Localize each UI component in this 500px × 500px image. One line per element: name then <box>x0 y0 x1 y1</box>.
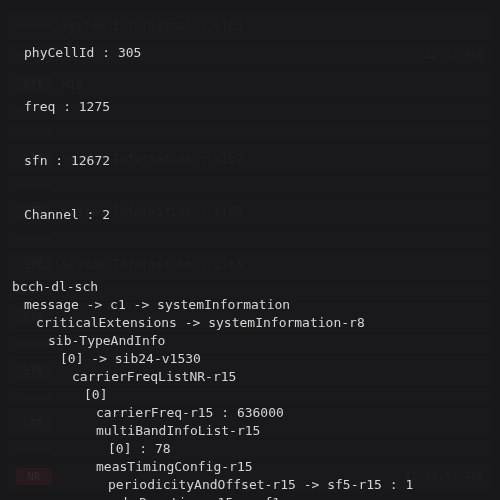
decode-key: [0] <box>108 441 131 456</box>
decode-line: sib-TypeAndInfo <box>8 332 500 350</box>
decode-line: [0] -> sib24-v1530 <box>8 350 500 368</box>
decode-val: 636000 <box>237 405 284 420</box>
decode-key: ssb-Duration-r15 <box>108 495 233 500</box>
hdr-channel: Channel : 2 <box>8 206 500 224</box>
decode-line: periodicityAndOffset-r15 -> sf5-r15 : 1 <box>8 476 500 494</box>
decode-line: ssb-Duration-r15 : sf1 <box>8 494 500 500</box>
decode-val: 1 <box>405 477 413 492</box>
decode-key: periodicityAndOffset-r15 -> sf5-r15 <box>108 477 382 492</box>
decode-line: carrierFreq-r15 : 636000 <box>8 404 500 422</box>
hdr-phyCellId: phyCellId : 305 <box>8 44 500 62</box>
decode-key: carrierFreq-r15 <box>96 405 213 420</box>
decode-line: [0] <box>8 386 500 404</box>
decode-line: carrierFreqListNR-r15 <box>8 368 500 386</box>
decode-sep: : <box>213 405 236 420</box>
decode-line: message -> c1 -> systemInformation <box>8 296 500 314</box>
decode-sep: : <box>233 495 256 500</box>
decode-sep: : <box>382 477 405 492</box>
decode-line: bcch-dl-sch <box>8 278 500 296</box>
hdr-sfn: sfn : 12672 <box>8 152 500 170</box>
decode-sep: : <box>131 441 154 456</box>
decode-tree: bcch-dl-schmessage -> c1 -> systemInform… <box>8 278 500 500</box>
decode-line: criticalExtensions -> systemInformation-… <box>8 314 500 332</box>
decode-line: multiBandInfoList-r15 <box>8 422 500 440</box>
hdr-freq: freq : 1275 <box>8 98 500 116</box>
decode-line: [0] : 78 <box>8 440 500 458</box>
decode-val: 78 <box>155 441 171 456</box>
decode-val: sf1 <box>257 495 280 500</box>
decoded-message-overlay: phyCellId : 305 freq : 1275 sfn : 12672 … <box>0 0 500 500</box>
decode-line: measTimingConfig-r15 <box>8 458 500 476</box>
